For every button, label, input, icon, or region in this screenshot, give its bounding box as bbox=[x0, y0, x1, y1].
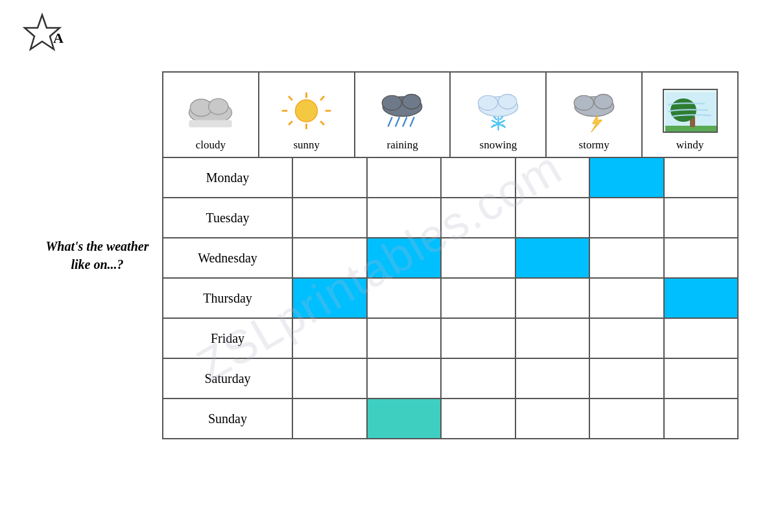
data-row-friday: Friday bbox=[163, 319, 737, 359]
svg-point-33 bbox=[594, 94, 612, 109]
svg-line-29 bbox=[492, 124, 494, 127]
cell-sunday-0[interactable] bbox=[293, 399, 368, 438]
cell-monday-1[interactable] bbox=[368, 158, 442, 197]
cell-thursday-3[interactable] bbox=[516, 279, 591, 318]
cell-sunday-2[interactable] bbox=[442, 399, 516, 438]
cloudy-label: cloudy bbox=[196, 139, 226, 152]
cell-thursday-1[interactable] bbox=[368, 279, 442, 318]
weather-cell-raining: raining bbox=[355, 73, 451, 157]
data-row-thursday: Thursday bbox=[163, 279, 737, 319]
cell-tuesday-5[interactable] bbox=[665, 198, 738, 237]
svg-point-16 bbox=[403, 94, 421, 109]
svg-point-23 bbox=[498, 94, 516, 109]
svg-line-10 bbox=[320, 121, 324, 125]
cell-friday-0[interactable] bbox=[293, 319, 368, 358]
svg-line-18 bbox=[396, 117, 399, 126]
day-label-friday: Friday bbox=[163, 319, 293, 358]
page: ZSLprintables.com A What's the weather l… bbox=[0, 0, 758, 532]
cell-tuesday-1[interactable] bbox=[368, 198, 442, 237]
svg-line-9 bbox=[289, 96, 292, 100]
weather-cell-snowing: snowing bbox=[451, 73, 547, 157]
day-label-wednesday: Wednesday bbox=[163, 238, 293, 277]
weather-cell-stormy: stormy bbox=[547, 73, 643, 157]
cell-wednesday-1[interactable] bbox=[368, 238, 442, 277]
cell-friday-2[interactable] bbox=[442, 319, 516, 358]
weather-table: cloudy bbox=[162, 71, 739, 439]
cell-saturday-0[interactable] bbox=[293, 359, 368, 398]
cell-thursday-2[interactable] bbox=[442, 279, 516, 318]
days-container: MondayTuesdayWednesdayThursdayFridaySatu… bbox=[163, 158, 737, 438]
cell-monday-5[interactable] bbox=[665, 158, 738, 197]
day-label-saturday: Saturday bbox=[163, 359, 293, 398]
cell-friday-3[interactable] bbox=[516, 319, 591, 358]
cell-wednesday-4[interactable] bbox=[590, 238, 665, 277]
star-container: A bbox=[19, 12, 71, 64]
svg-line-11 bbox=[320, 96, 324, 100]
cell-friday-5[interactable] bbox=[665, 319, 738, 358]
cell-saturday-1[interactable] bbox=[368, 359, 442, 398]
svg-line-27 bbox=[494, 117, 497, 119]
cell-thursday-0[interactable] bbox=[293, 279, 368, 318]
svg-rect-4 bbox=[189, 120, 232, 127]
cell-tuesday-3[interactable] bbox=[516, 198, 591, 237]
cell-sunday-5[interactable] bbox=[665, 399, 738, 438]
windy-icon bbox=[661, 86, 719, 135]
cell-sunday-3[interactable] bbox=[516, 399, 591, 438]
cell-monday-3[interactable] bbox=[516, 158, 591, 197]
cell-wednesday-2[interactable] bbox=[442, 238, 516, 277]
cell-sunday-4[interactable] bbox=[590, 399, 665, 438]
day-label-thursday: Thursday bbox=[163, 279, 293, 318]
snowing-icon bbox=[469, 86, 527, 135]
cell-monday-2[interactable] bbox=[442, 158, 516, 197]
data-row-tuesday: Tuesday bbox=[163, 198, 737, 238]
cell-saturday-5[interactable] bbox=[665, 359, 738, 398]
svg-line-19 bbox=[403, 117, 407, 126]
cell-wednesday-5[interactable] bbox=[665, 238, 738, 277]
cloudy-icon bbox=[182, 86, 240, 135]
data-row-sunday: Sunday bbox=[163, 399, 737, 438]
sunny-label: sunny bbox=[293, 139, 320, 152]
svg-point-22 bbox=[478, 95, 497, 110]
svg-point-3 bbox=[209, 98, 228, 115]
day-label-monday: Monday bbox=[163, 158, 293, 197]
weather-cell-cloudy: cloudy bbox=[163, 73, 259, 157]
raining-icon bbox=[373, 86, 432, 135]
weather-cell-windy: windy bbox=[643, 73, 737, 157]
sunny-icon bbox=[278, 86, 336, 135]
stormy-label: stormy bbox=[579, 139, 610, 152]
day-label-sunday: Sunday bbox=[163, 399, 293, 438]
svg-line-12 bbox=[289, 121, 292, 125]
data-row-monday: Monday bbox=[163, 158, 737, 198]
svg-line-20 bbox=[410, 117, 414, 126]
cell-tuesday-4[interactable] bbox=[590, 198, 665, 237]
cell-saturday-2[interactable] bbox=[442, 359, 516, 398]
svg-point-32 bbox=[574, 95, 593, 110]
star-label: A bbox=[53, 30, 64, 47]
header-question: What's the weather like on...? bbox=[32, 71, 162, 439]
svg-line-30 bbox=[503, 124, 505, 127]
cell-saturday-4[interactable] bbox=[590, 359, 665, 398]
cell-wednesday-3[interactable] bbox=[516, 238, 591, 277]
cell-tuesday-2[interactable] bbox=[442, 198, 516, 237]
cell-friday-4[interactable] bbox=[590, 319, 665, 358]
day-label-tuesday: Tuesday bbox=[163, 198, 293, 237]
weather-cell-sunny: sunny bbox=[259, 73, 355, 157]
cell-tuesday-0[interactable] bbox=[293, 198, 368, 237]
cell-thursday-5[interactable] bbox=[665, 279, 738, 318]
raining-label: raining bbox=[386, 139, 418, 152]
cell-monday-0[interactable] bbox=[293, 158, 368, 197]
main-layout: What's the weather like on...? bbox=[32, 71, 739, 439]
cell-thursday-4[interactable] bbox=[590, 279, 665, 318]
cell-monday-4[interactable] bbox=[590, 158, 665, 197]
svg-line-17 bbox=[388, 117, 392, 126]
stormy-icon bbox=[565, 86, 623, 135]
cell-sunday-1[interactable] bbox=[368, 399, 442, 438]
cell-friday-1[interactable] bbox=[368, 319, 442, 358]
windy-label: windy bbox=[676, 139, 704, 152]
cell-saturday-3[interactable] bbox=[516, 359, 591, 398]
snowing-label: snowing bbox=[480, 139, 517, 152]
svg-line-28 bbox=[500, 117, 503, 119]
cell-wednesday-0[interactable] bbox=[293, 238, 368, 277]
weather-header-row: cloudy bbox=[163, 73, 737, 158]
svg-marker-34 bbox=[591, 115, 602, 132]
